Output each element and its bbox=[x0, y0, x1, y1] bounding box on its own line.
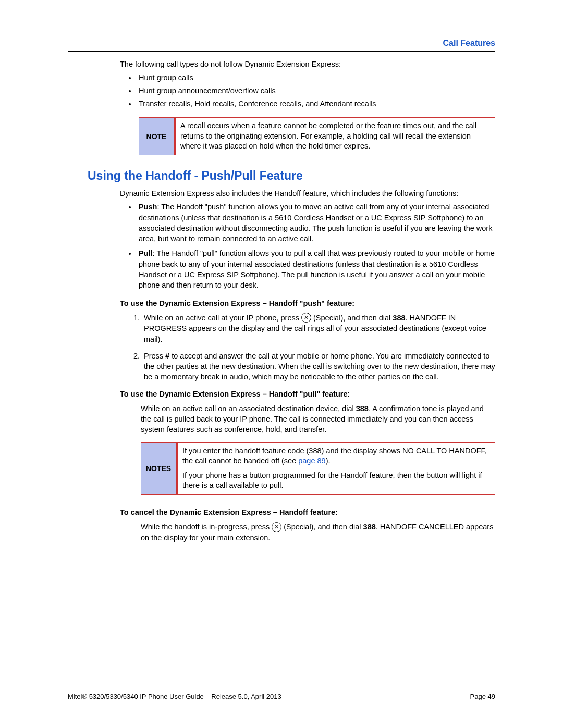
feature-code: 388 bbox=[356, 404, 369, 413]
section-heading: Using the Handoff - Push/Pull Feature bbox=[88, 169, 495, 183]
note2-p1b: ). bbox=[326, 456, 331, 465]
list-item: Pull: The Handoff "pull" function allows… bbox=[137, 248, 495, 290]
push-lead: Push bbox=[139, 203, 157, 211]
cancel-text: While the handoff is in-progress, press bbox=[141, 523, 272, 531]
feature-code: 388 bbox=[363, 523, 376, 531]
special-key-icon: ✕ bbox=[301, 313, 311, 323]
list-item: Push: The Handoff "push" function allows… bbox=[137, 202, 495, 244]
push-steps: While on an active call at your IP phone… bbox=[130, 313, 495, 382]
step-text: Press bbox=[144, 352, 165, 360]
header-divider bbox=[68, 51, 495, 52]
notes-box: NOTES If you enter the handoff feature c… bbox=[141, 442, 495, 495]
feature-list: Push: The Handoff "push" function allows… bbox=[125, 202, 495, 290]
footer-right: Page 49 bbox=[470, 693, 495, 700]
document-page: Call Features The following call types d… bbox=[0, 0, 563, 721]
notes-label: NOTES bbox=[141, 443, 176, 494]
header-section-title: Call Features bbox=[68, 39, 495, 48]
note-box: NOTE A recall occurs when a feature cann… bbox=[139, 117, 495, 155]
feature-code: 388 bbox=[393, 314, 405, 322]
step-item: Press # to accept and answer the call at… bbox=[142, 351, 495, 382]
cancel-paragraph: While the handoff is in-progress, press … bbox=[141, 522, 495, 543]
note-label: NOTE bbox=[139, 118, 174, 155]
notes-text: If you enter the handoff feature code (3… bbox=[178, 443, 495, 494]
step-text: to accept and answer the call at your mo… bbox=[144, 352, 495, 381]
pull-paragraph: While on an active call on an associated… bbox=[141, 403, 495, 435]
list-item: Hunt group calls bbox=[137, 71, 495, 84]
step-text: (Special), and then dial bbox=[311, 314, 393, 322]
page-footer: Mitel® 5320/5330/5340 IP Phone User Guid… bbox=[68, 689, 495, 700]
excluded-call-types-list: Hunt group calls Hunt group announcement… bbox=[125, 71, 495, 110]
pull-text: : The Handoff "pull" function allows you… bbox=[139, 249, 495, 289]
dee-intro: Dynamic Extension Express also includes … bbox=[120, 188, 495, 199]
pull-text: While on an active call on an associated… bbox=[141, 404, 356, 413]
cancel-text: (Special), and then dial bbox=[282, 523, 363, 531]
push-text: : The Handoff "push" function allows you… bbox=[139, 203, 492, 243]
pull-lead: Pull bbox=[139, 249, 153, 257]
note-text: A recall occurs when a feature cannot be… bbox=[176, 118, 495, 155]
push-procedure-heading: To use the Dynamic Extension Express – H… bbox=[120, 299, 495, 307]
list-item: Transfer recalls, Hold recalls, Conferen… bbox=[137, 97, 495, 110]
list-item: Hunt group announcement/overflow calls bbox=[137, 84, 495, 97]
note2-p2: If your phone has a button programmed fo… bbox=[182, 471, 491, 491]
step-item: While on an active call at your IP phone… bbox=[142, 313, 495, 344]
cancel-procedure-heading: To cancel the Dynamic Extension Express … bbox=[120, 508, 495, 516]
footer-left: Mitel® 5320/5330/5340 IP Phone User Guid… bbox=[68, 693, 282, 700]
special-key-icon: ✕ bbox=[272, 522, 282, 532]
key-hash: # bbox=[165, 352, 169, 360]
intro-text: The following call types do not follow D… bbox=[120, 59, 495, 69]
pull-procedure-heading: To use the Dynamic Extension Express – H… bbox=[120, 390, 495, 398]
step-text: While on an active call at your IP phone… bbox=[144, 314, 301, 322]
note2-p1a: If you enter the handoff feature code (3… bbox=[182, 447, 487, 465]
page-link[interactable]: page 89 bbox=[298, 456, 325, 465]
